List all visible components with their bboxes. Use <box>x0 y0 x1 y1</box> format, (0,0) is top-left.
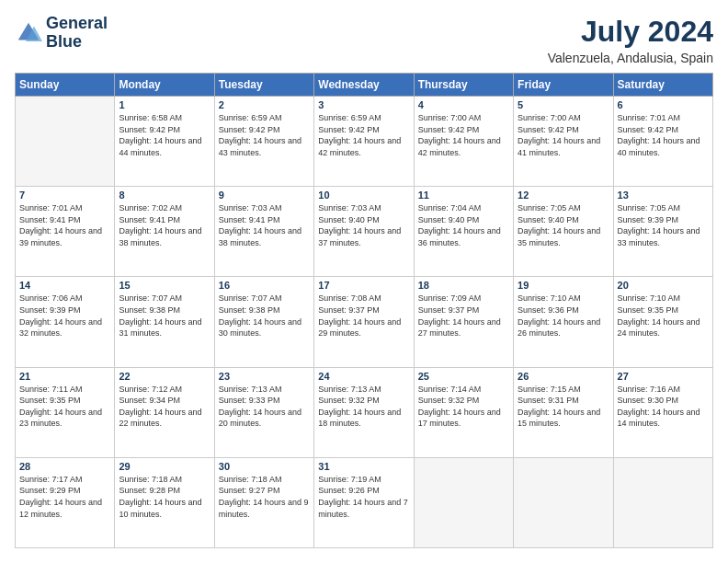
sunrise-text: Sunrise: 7:08 AM <box>318 293 381 303</box>
sunrise-text: Sunrise: 7:11 AM <box>19 385 83 394</box>
table-cell: 22Sunrise: 7:12 AMSunset: 9:34 PMDayligh… <box>115 367 214 457</box>
day-number: 25 <box>418 371 509 382</box>
sunrise-text: Sunrise: 7:07 AM <box>219 293 282 303</box>
day-info: Sunrise: 7:18 AMSunset: 9:28 PMDaylight:… <box>119 474 210 520</box>
sunset-text: Sunset: 9:26 PM <box>318 486 380 495</box>
col-thursday: Thursday <box>414 74 513 97</box>
sunset-text: Sunset: 9:41 PM <box>119 215 180 224</box>
daylight-text: Daylight: 14 hours and 43 minutes. <box>219 136 301 157</box>
table-cell: 5Sunrise: 7:00 AMSunset: 9:42 PMDaylight… <box>514 97 613 187</box>
table-cell: 10Sunrise: 7:03 AMSunset: 9:40 PMDayligh… <box>314 187 414 277</box>
table-cell: 26Sunrise: 7:15 AMSunset: 9:31 PMDayligh… <box>514 367 613 457</box>
day-number: 13 <box>618 190 709 201</box>
daylight-text: Daylight: 14 hours and 42 minutes. <box>418 136 501 157</box>
sunset-text: Sunset: 9:39 PM <box>618 215 679 224</box>
sunset-text: Sunset: 9:38 PM <box>219 305 280 315</box>
daylight-text: Daylight: 14 hours and 15 minutes. <box>518 408 600 429</box>
daylight-text: Daylight: 14 hours and 33 minutes. <box>618 226 700 247</box>
day-info: Sunrise: 7:08 AMSunset: 9:37 PMDaylight:… <box>318 293 409 339</box>
sunset-text: Sunset: 9:40 PM <box>318 215 380 224</box>
day-info: Sunrise: 7:14 AMSunset: 9:32 PMDaylight:… <box>418 384 509 430</box>
day-number: 11 <box>418 190 509 201</box>
table-cell: 16Sunrise: 7:07 AMSunset: 9:38 PMDayligh… <box>214 277 313 367</box>
day-info: Sunrise: 7:17 AMSunset: 9:29 PMDaylight:… <box>19 474 110 520</box>
week-row-2: 7Sunrise: 7:01 AMSunset: 9:41 PMDaylight… <box>16 187 713 277</box>
day-info: Sunrise: 7:00 AMSunset: 9:42 PMDaylight:… <box>418 112 509 158</box>
day-info: Sunrise: 7:16 AMSunset: 9:30 PMDaylight:… <box>618 384 709 430</box>
calendar-header-row: Sunday Monday Tuesday Wednesday Thursday… <box>16 74 713 97</box>
day-info: Sunrise: 7:02 AMSunset: 9:41 PMDaylight:… <box>119 202 210 248</box>
daylight-text: Daylight: 14 hours and 24 minutes. <box>618 317 700 339</box>
logo-line1: General <box>46 15 108 33</box>
daylight-text: Daylight: 14 hours and 26 minutes. <box>518 317 600 339</box>
sunrise-text: Sunrise: 7:02 AM <box>119 203 182 213</box>
day-number: 15 <box>119 280 210 291</box>
sunset-text: Sunset: 9:42 PM <box>219 125 280 134</box>
sunset-text: Sunset: 9:39 PM <box>19 305 81 315</box>
table-cell: 19Sunrise: 7:10 AMSunset: 9:36 PMDayligh… <box>514 277 613 367</box>
daylight-text: Daylight: 14 hours and 20 minutes. <box>219 408 301 429</box>
month-title: July 2024 <box>548 15 713 49</box>
day-info: Sunrise: 7:19 AMSunset: 9:26 PMDaylight:… <box>318 474 409 520</box>
table-cell: 8Sunrise: 7:02 AMSunset: 9:41 PMDaylight… <box>115 187 214 277</box>
day-info: Sunrise: 7:15 AMSunset: 9:31 PMDaylight:… <box>518 384 609 430</box>
day-info: Sunrise: 7:10 AMSunset: 9:35 PMDaylight:… <box>618 293 709 339</box>
sunrise-text: Sunrise: 7:05 AM <box>518 203 581 213</box>
day-info: Sunrise: 7:03 AMSunset: 9:41 PMDaylight:… <box>219 202 310 248</box>
daylight-text: Daylight: 14 hours and 10 minutes. <box>119 498 201 519</box>
sunrise-text: Sunrise: 7:09 AM <box>418 293 482 303</box>
day-info: Sunrise: 7:01 AMSunset: 9:41 PMDaylight:… <box>19 202 110 248</box>
logo-text: General Blue <box>46 15 108 52</box>
sunset-text: Sunset: 9:27 PM <box>219 486 280 495</box>
day-number: 5 <box>518 99 609 110</box>
day-info: Sunrise: 7:04 AMSunset: 9:40 PMDaylight:… <box>418 202 509 248</box>
sunset-text: Sunset: 9:35 PM <box>618 305 679 315</box>
day-number: 3 <box>318 99 409 110</box>
day-number: 12 <box>518 190 609 201</box>
sunrise-text: Sunrise: 7:10 AM <box>618 293 681 303</box>
table-cell <box>16 97 115 187</box>
col-friday: Friday <box>514 74 613 97</box>
day-number: 24 <box>318 371 409 382</box>
daylight-text: Daylight: 14 hours and 23 minutes. <box>19 408 102 429</box>
logo: General Blue <box>15 15 108 52</box>
sunrise-text: Sunrise: 6:58 AM <box>119 113 182 122</box>
day-number: 26 <box>518 371 609 382</box>
col-saturday: Saturday <box>613 74 712 97</box>
table-cell: 15Sunrise: 7:07 AMSunset: 9:38 PMDayligh… <box>115 277 214 367</box>
sunrise-text: Sunrise: 7:01 AM <box>19 203 83 213</box>
daylight-text: Daylight: 14 hours and 32 minutes. <box>19 317 102 339</box>
sunset-text: Sunset: 9:35 PM <box>19 396 81 405</box>
daylight-text: Daylight: 14 hours and 36 minutes. <box>418 226 501 247</box>
day-number: 9 <box>219 190 310 201</box>
day-info: Sunrise: 7:03 AMSunset: 9:40 PMDaylight:… <box>318 202 409 248</box>
sunrise-text: Sunrise: 7:00 AM <box>418 113 482 122</box>
sunrise-text: Sunrise: 7:03 AM <box>318 203 381 213</box>
sunset-text: Sunset: 9:40 PM <box>418 215 480 224</box>
daylight-text: Daylight: 14 hours and 39 minutes. <box>19 226 102 247</box>
day-number: 30 <box>219 461 310 472</box>
table-cell: 4Sunrise: 7:00 AMSunset: 9:42 PMDaylight… <box>414 97 513 187</box>
day-number: 28 <box>19 461 110 472</box>
table-cell <box>514 457 613 547</box>
day-info: Sunrise: 7:06 AMSunset: 9:39 PMDaylight:… <box>19 293 110 339</box>
day-number: 22 <box>119 371 210 382</box>
table-cell: 9Sunrise: 7:03 AMSunset: 9:41 PMDaylight… <box>214 187 313 277</box>
day-info: Sunrise: 7:05 AMSunset: 9:40 PMDaylight:… <box>518 202 609 248</box>
sunrise-text: Sunrise: 7:15 AM <box>518 385 581 394</box>
table-cell: 23Sunrise: 7:13 AMSunset: 9:33 PMDayligh… <box>214 367 313 457</box>
day-number: 1 <box>119 99 210 110</box>
table-cell: 24Sunrise: 7:13 AMSunset: 9:32 PMDayligh… <box>314 367 414 457</box>
sunset-text: Sunset: 9:38 PM <box>119 305 180 315</box>
day-number: 8 <box>119 190 210 201</box>
day-info: Sunrise: 6:58 AMSunset: 9:42 PMDaylight:… <box>119 112 210 158</box>
table-cell: 27Sunrise: 7:16 AMSunset: 9:30 PMDayligh… <box>613 367 712 457</box>
header: General Blue July 2024 Valenzuela, Andal… <box>15 15 713 65</box>
sunset-text: Sunset: 9:42 PM <box>518 125 579 134</box>
table-cell: 2Sunrise: 6:59 AMSunset: 9:42 PMDaylight… <box>214 97 313 187</box>
day-info: Sunrise: 7:12 AMSunset: 9:34 PMDaylight:… <box>119 384 210 430</box>
sunrise-text: Sunrise: 7:00 AM <box>518 113 581 122</box>
daylight-text: Daylight: 14 hours and 38 minutes. <box>219 226 301 247</box>
table-cell: 30Sunrise: 7:18 AMSunset: 9:27 PMDayligh… <box>214 457 313 547</box>
sunset-text: Sunset: 9:31 PM <box>518 396 579 405</box>
